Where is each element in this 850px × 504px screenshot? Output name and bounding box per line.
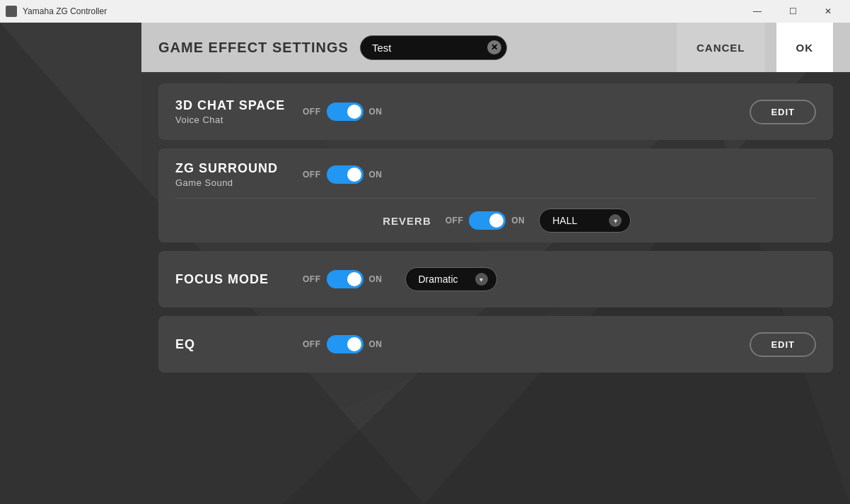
titlebar: Yamaha ZG Controller — ☐ ✕ (0, 0, 850, 23)
toggle-switch-focus-mode[interactable] (327, 270, 363, 288)
focus-mode-dropdown[interactable]: Dramatic ▾ (405, 267, 497, 291)
toggle-knob-reverb (489, 213, 503, 228)
toggle-off-label-zg-surround: OFF (303, 170, 321, 180)
toggle-switch-eq[interactable] (327, 335, 363, 353)
toggle-off-label-eq: OFF (303, 339, 321, 349)
panel-row-reverb: REVERB OFF ON HALL ▾ (175, 198, 816, 242)
toggle-group-zg-surround: OFF ON (303, 165, 383, 184)
panel-title-zg-surround: ZG SURROUND (175, 161, 278, 175)
window-controls: — ☐ ✕ (741, 0, 844, 23)
toggle-off-label-focus-mode: OFF (303, 274, 321, 284)
toggle-switch-3d-chat-space[interactable] (327, 102, 363, 121)
edit-button-3d-chat-space[interactable]: EDIT (750, 100, 816, 124)
minimize-button[interactable]: — (741, 0, 774, 23)
dialog-title: GAME EFFECT SETTINGS (158, 40, 349, 56)
toggle-on-label-reverb: ON (511, 216, 525, 225)
toggle-off-label-3d-chat-space: OFF (303, 107, 321, 117)
app-title: Yamaha ZG Controller (23, 6, 741, 16)
ok-button[interactable]: OK (776, 23, 834, 72)
panel-title-3d-chat-space: 3D CHAT SPACE (175, 98, 285, 112)
toggle-off-label-reverb: OFF (446, 216, 464, 225)
edit-button-eq[interactable]: EDIT (750, 332, 816, 357)
reverb-dropdown[interactable]: HALL ▾ (539, 209, 631, 233)
panel-3d-chat-space: 3D CHAT SPACE Voice Chat OFF ON EDIT (158, 83, 833, 140)
toggle-on-label-eq: ON (369, 339, 383, 349)
panel-focus-mode: FOCUS MODE OFF ON Dramatic ▾ (158, 251, 833, 307)
reverb-dropdown-value: HALL (552, 215, 577, 226)
preset-name-field-wrap: ✕ (360, 35, 507, 60)
panel-title-focus-mode: FOCUS MODE (175, 272, 269, 286)
cancel-button[interactable]: CANCEL (677, 23, 765, 72)
settings-panels: 3D CHAT SPACE Voice Chat OFF ON EDIT ZG … (141, 72, 850, 384)
toggle-on-label-3d-chat-space: ON (369, 107, 383, 117)
toggle-knob-focus-mode (347, 272, 361, 286)
toggle-group-focus-mode: OFF ON (303, 270, 383, 288)
panel-title-wrap-focus-mode: FOCUS MODE (175, 272, 289, 287)
panel-title-wrap-eq: EQ (175, 337, 289, 352)
focus-mode-dropdown-arrow-icon: ▾ (475, 273, 488, 286)
toggle-switch-zg-surround[interactable] (327, 165, 363, 184)
panel-zg-surround: ZG SURROUND Game Sound OFF ON REVERB OFF (158, 148, 833, 242)
toggle-switch-reverb[interactable] (469, 211, 506, 230)
panel-subtitle-zg-surround: Game Sound (175, 177, 289, 188)
panel-row-focus-mode: FOCUS MODE OFF ON Dramatic ▾ (175, 264, 816, 295)
toggle-on-label-zg-surround: ON (369, 170, 383, 180)
toggle-knob-zg-surround (347, 168, 361, 182)
panel-eq: EQ OFF ON EDIT (158, 316, 833, 373)
panel-row-zg-surround: ZG SURROUND Game Sound OFF ON (175, 161, 816, 198)
panel-row-3d-chat-space: 3D CHAT SPACE Voice Chat OFF ON EDIT (175, 96, 816, 127)
panel-title-wrap-3d-chat-space: 3D CHAT SPACE Voice Chat (175, 98, 289, 125)
header-bar: GAME EFFECT SETTINGS ✕ CANCEL OK (141, 23, 850, 72)
panel-subtitle-3d-chat-space: Voice Chat (175, 115, 289, 125)
toggle-knob-eq (347, 337, 361, 351)
app-icon (6, 6, 17, 17)
toggle-group-reverb: OFF ON (446, 211, 525, 230)
toggle-group-3d-chat-space: OFF ON (303, 102, 383, 121)
preset-name-input[interactable] (360, 35, 507, 60)
main-content: GAME EFFECT SETTINGS ✕ CANCEL OK 3D CHAT… (141, 23, 850, 504)
toggle-on-label-focus-mode: ON (369, 274, 383, 284)
close-button[interactable]: ✕ (812, 0, 844, 23)
toggle-group-eq: OFF ON (303, 335, 383, 353)
panel-title-eq: EQ (175, 337, 195, 351)
focus-mode-dropdown-value: Dramatic (419, 274, 458, 285)
panel-title-wrap-zg-surround: ZG SURROUND Game Sound (175, 161, 289, 188)
reverb-label: REVERB (361, 215, 431, 227)
reverb-dropdown-arrow-icon: ▾ (609, 214, 622, 227)
toggle-knob-3d-chat-space (347, 105, 361, 119)
panel-row-eq: EQ OFF ON EDIT (175, 329, 816, 360)
clear-input-button[interactable]: ✕ (487, 40, 501, 54)
maximize-button[interactable]: ☐ (776, 0, 809, 23)
